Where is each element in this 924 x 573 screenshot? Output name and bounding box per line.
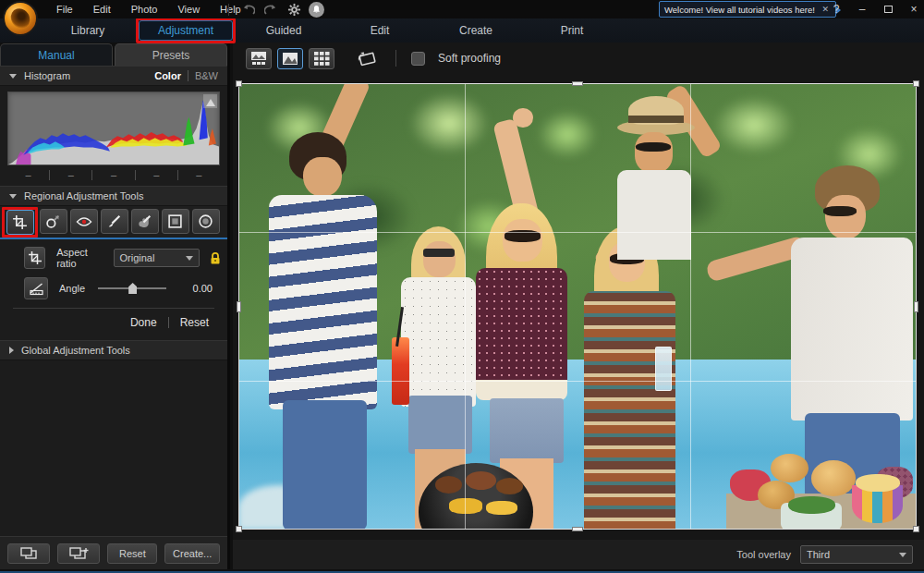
grill-corn [449,498,483,513]
fedora-band [628,116,684,124]
tab-adjustment[interactable]: Adjustment [139,20,233,41]
tab-print[interactable]: Print [524,20,620,41]
panel-mode-tabs: Manual Presets [0,43,227,66]
crop-handle-left[interactable] [237,301,241,312]
copy-adjustments-button[interactable] [7,543,50,564]
person-face [635,132,673,172]
crop-handle-bottom-right[interactable] [913,526,919,532]
aspect-ratio-dropdown[interactable]: Original [114,249,200,267]
help-button[interactable]: ? [830,3,843,16]
canvas-toolbar: Soft proofing [233,43,924,74]
water-glass [655,347,672,391]
highlight-clipping-icon[interactable] [203,94,217,108]
close-button[interactable]: × [907,3,920,16]
viewer-filmstrip-mode-button[interactable] [246,48,272,69]
panel-footer: Reset Create... [0,536,227,569]
histogram-section-header[interactable]: Histogram Color B&W [0,66,227,86]
crop-handle-bottom[interactable] [572,527,583,531]
menu-photo[interactable]: Photo [123,2,166,17]
logo-swirl [8,6,31,30]
grill-corn [486,501,517,515]
viewer-mode-button[interactable] [277,48,303,69]
person-face [825,195,866,239]
soft-proofing-checkbox[interactable] [411,52,425,66]
rotate-photo-button[interactable] [353,47,381,69]
collapse-arrow-icon [9,74,17,79]
tab-guided[interactable]: Guided [236,20,332,41]
redo-icon[interactable] [262,2,279,17]
radial-filter-tool-button[interactable] [192,209,220,234]
crop-tool-button[interactable] [6,210,34,235]
chips [856,474,900,492]
adjustment-selection-tool-button[interactable] [131,209,159,234]
person-white-tank [617,170,692,260]
lace-trim [476,380,567,400]
slider-thumb[interactable] [128,283,137,294]
tab-manual[interactable]: Manual [0,43,113,66]
person-denim-shorts [490,398,565,463]
tutorial-notification[interactable]: Welcome! View all tutorial videos here! … [659,1,836,18]
tab-presets[interactable]: Presets [115,43,227,66]
reset-button[interactable]: Reset [107,543,157,564]
adjustment-brush-tool-button[interactable] [101,209,128,234]
grid-mode-button[interactable] [309,48,334,69]
crop-handle-top[interactable] [572,81,583,86]
tab-edit[interactable]: Edit [332,20,428,41]
minimize-button[interactable]: – [856,3,869,16]
person-white-top [401,277,476,407]
settings-gear-icon[interactable] [286,2,302,17]
divider [13,308,214,309]
apply-adjustments-button[interactable] [57,543,100,564]
histogram-title: Histogram [24,70,70,81]
done-button[interactable]: Done [130,316,157,329]
crop-handle-top-right[interactable] [913,80,919,87]
tab-library[interactable]: Library [40,20,136,41]
crop-region-button[interactable] [24,247,45,269]
global-tools-header[interactable]: Global Adjustment Tools [0,340,227,360]
angle-slider[interactable] [98,283,166,294]
canvas-footer: Tool overlay Third [233,540,924,569]
marker: – [178,169,220,180]
crop-reset-button[interactable]: Reset [180,316,209,329]
create-preset-button[interactable]: Create... [164,543,220,564]
expand-arrow-icon [9,347,14,354]
regional-tools-header[interactable]: Regional Adjustment Tools [0,186,227,206]
tab-create[interactable]: Create [428,20,524,41]
module-tabs: Library Adjustment Guided Edit Create Pr… [40,20,620,41]
histogram-color-toggle[interactable]: Color [154,70,181,81]
tool-overlay-value: Third [807,549,830,560]
divider [228,4,229,16]
crop-handle-top-left[interactable] [236,80,242,87]
person-patterned-dress [584,291,675,530]
menu-edit[interactable]: Edit [85,2,119,17]
aspect-ratio-value: Original [120,252,155,263]
title-menu-bar: File Edit Photo View Help [0,0,924,18]
maximize-button[interactable] [881,3,894,16]
histogram-canvas[interactable] [7,91,220,165]
undo-icon[interactable] [239,2,256,17]
aspect-ratio-label: Aspect ratio [56,247,103,269]
gradient-mask-tool-button[interactable] [162,209,189,234]
spot-removal-tool-button[interactable] [40,209,67,234]
photo-party-scene[interactable] [238,83,917,530]
crop-handle-bottom-left[interactable] [236,526,242,532]
tool-overlay-dropdown[interactable]: Third [800,545,913,564]
photodirector-window: File Edit Photo View Help [0,0,924,573]
adjustment-annotation-box: Adjustment [136,18,236,43]
notifications-bell-icon[interactable] [309,2,324,18]
crop-handle-right[interactable] [914,301,918,312]
angle-value: 0.00 [193,283,213,294]
global-tools-title: Global Adjustment Tools [21,345,130,356]
red-eye-tool-button[interactable] [70,209,98,234]
marker: – [7,169,49,180]
tool-overlay-label: Tool overlay [736,549,791,560]
marker: – [92,169,134,180]
angle-label: Angle [59,283,85,294]
person-sunglasses [636,142,671,152]
aspect-lock-icon[interactable] [209,251,222,265]
straighten-tool-button[interactable] [24,277,48,299]
menu-view[interactable]: View [169,2,208,17]
histogram-bw-toggle[interactable]: B&W [195,70,218,81]
menu-file[interactable]: File [48,2,81,17]
foliage-highlight [537,110,598,159]
